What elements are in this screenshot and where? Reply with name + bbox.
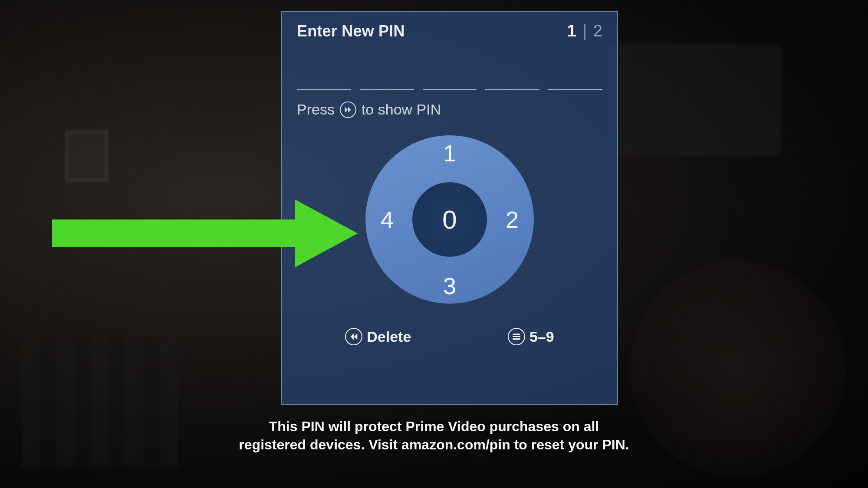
hint-suffix: to show PIN [362,101,441,118]
delete-button[interactable]: Delete [345,328,411,345]
dialog-header: Enter New PIN 1 | 2 [297,22,602,40]
background-couch [22,338,178,468]
alt-range-button[interactable]: 5–9 [508,328,554,345]
pin-entry-dialog: Enter New PIN 1 | 2 Press to show PIN 1 … [281,11,618,405]
rewind-icon [345,328,362,345]
pin-slot-3[interactable] [423,71,477,90]
number-dpad[interactable]: 1 2 3 4 0 [365,135,534,304]
background-reflection [629,260,846,477]
pin-slot-5[interactable] [548,71,602,90]
alt-range-label: 5–9 [529,328,554,345]
step-current: 1 [567,22,576,40]
footer-help-text: This PIN will protect Prime Video purcha… [239,417,629,454]
delete-label: Delete [367,328,411,345]
dpad-left-button[interactable]: 4 [374,204,400,235]
pin-slot-4[interactable] [485,71,539,90]
dpad-right-button[interactable]: 2 [499,204,525,235]
dialog-title: Enter New PIN [297,22,405,40]
dpad-down-button[interactable]: 3 [437,271,463,301]
pin-slot-1[interactable] [297,71,351,90]
pin-input-slots[interactable] [297,71,602,90]
pin-slot-2[interactable] [360,71,414,90]
menu-icon [508,328,525,345]
show-pin-hint: Press to show PIN [297,101,602,118]
dpad-center-button[interactable]: 0 [412,182,487,257]
step-separator: | [581,22,589,40]
step-total: 2 [593,22,602,40]
dialog-actions: Delete 5–9 [297,328,602,345]
background-shelf [608,43,781,156]
step-indicator: 1 | 2 [567,22,602,40]
dpad-up-button[interactable]: 1 [437,138,463,168]
fast-forward-icon [340,102,356,118]
hint-prefix: Press [297,101,335,118]
background-frame [65,130,108,182]
